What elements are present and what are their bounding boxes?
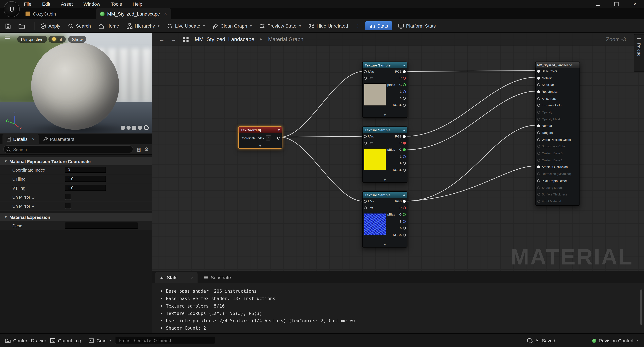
apply-button[interactable]: Apply xyxy=(40,23,60,29)
tab-cozycabin[interactable]: CozyCabin xyxy=(26,8,56,19)
close-tab-icon[interactable]: × xyxy=(191,275,194,280)
material-result-node[interactable]: MM_Stylized_Landscape Base ColorMetallic… xyxy=(535,62,580,206)
expand-node-icon[interactable]: ▾ xyxy=(384,113,386,117)
desc-input[interactable] xyxy=(65,223,138,229)
menu-asset[interactable]: Asset xyxy=(61,2,73,6)
search-button[interactable]: Search xyxy=(68,23,91,29)
settings-gear-icon[interactable]: ⚙ xyxy=(144,146,148,152)
material-pin-opacity-mask[interactable]: Opacity Mask xyxy=(536,116,580,122)
collapse-node-icon[interactable]: ▴ xyxy=(403,128,405,132)
output-pin-b[interactable]: B xyxy=(400,88,406,95)
menu-edit[interactable]: Edit xyxy=(42,2,50,6)
material-pin-base-color[interactable]: Base Color xyxy=(536,68,580,74)
texcoord-node-header[interactable]: TexCoord[0] ▾ xyxy=(239,127,282,133)
output-pin-r[interactable]: R xyxy=(400,75,406,81)
input-pin-tex[interactable]: Tex xyxy=(364,75,373,81)
expand-node-icon[interactable]: ▾ xyxy=(384,243,386,247)
material-pin-pixel-depth-offset[interactable]: Pixel Depth Offset xyxy=(536,177,580,184)
menu-window[interactable]: Window xyxy=(84,2,100,6)
tab-stats[interactable]: Stats × xyxy=(155,272,198,283)
custom-mesh-icon[interactable] xyxy=(144,125,148,130)
texture-thumbnail[interactable] xyxy=(364,213,386,235)
output-pin-rgb[interactable]: RGB xyxy=(395,133,406,139)
texcoord-output-pin[interactable] xyxy=(277,136,280,139)
collapse-node-icon[interactable]: ▴ xyxy=(403,63,405,67)
close-button[interactable]: × xyxy=(626,0,644,8)
expand-node-icon[interactable]: ▾ xyxy=(260,144,261,148)
material-pin-metallic[interactable]: Metallic xyxy=(536,74,580,81)
details-search-box[interactable] xyxy=(3,145,133,153)
material-pin-world-position-offset[interactable]: World Position Offset xyxy=(536,136,580,143)
texture-sample-node-1[interactable]: Texture Sample▴ RGBRGBARGBAUVsTexApply V… xyxy=(362,62,407,118)
texture-thumbnail[interactable] xyxy=(364,148,386,170)
input-pin-uvs[interactable]: UVs xyxy=(364,133,374,139)
un-mirror-v-checkbox[interactable] xyxy=(65,203,71,209)
tab-mm-stylized-landscape[interactable]: MM_Stylized_Landscape × xyxy=(96,8,171,19)
output-pin-r[interactable]: R xyxy=(400,205,406,211)
menu-help[interactable]: Help xyxy=(132,2,142,6)
output-pin-g[interactable]: G xyxy=(399,82,406,88)
breadcrumb-root[interactable]: MM_Stylized_Landscape xyxy=(195,36,254,42)
input-pin-tex[interactable]: Tex xyxy=(364,205,373,211)
output-pin-a[interactable]: A xyxy=(400,160,406,166)
output-pin-rgba[interactable]: RGBA xyxy=(393,232,406,238)
palette-side-tab[interactable]: Palette xyxy=(634,34,644,72)
material-pin-shading-model[interactable]: Shading Model xyxy=(536,184,580,191)
texture-sample-node-3[interactable]: Texture Sample▴ RGBRGBARGBAUVsTexApply V… xyxy=(362,191,407,248)
lit-mode-button[interactable]: Lit xyxy=(48,36,66,43)
expand-node-icon[interactable]: ▾ xyxy=(384,178,386,182)
back-arrow-icon[interactable]: ← xyxy=(158,36,165,43)
clean-graph-button[interactable]: Clean Graph▾ xyxy=(212,23,252,29)
output-pin-g[interactable]: G xyxy=(399,211,406,218)
texcoord-node[interactable]: TexCoord[0] ▾ Coordinate Index 0 ▾ xyxy=(238,126,282,149)
input-pin-uvs[interactable]: UVs xyxy=(364,68,374,75)
material-pin-surface-thickness[interactable]: Surface Thickness xyxy=(536,191,580,198)
perspective-button[interactable]: Perspective xyxy=(17,36,47,43)
output-pin-r[interactable]: R xyxy=(400,140,406,146)
un-mirror-u-checkbox[interactable] xyxy=(65,194,71,200)
output-pin-rgba[interactable]: RGBA xyxy=(393,102,406,108)
minimize-button[interactable] xyxy=(588,0,607,8)
close-tab-icon[interactable]: × xyxy=(32,137,35,141)
browse-to-asset-button[interactable] xyxy=(18,23,25,29)
hierarchy-button[interactable]: Hierarchy▾ xyxy=(126,23,160,29)
texture-sample-header[interactable]: Texture Sample▴ xyxy=(363,127,407,133)
console-command-box[interactable] xyxy=(115,337,215,344)
output-log-button[interactable]: Output Log xyxy=(50,334,82,347)
material-pin-opacity[interactable]: Opacity xyxy=(536,109,580,116)
tab-close-icon[interactable]: × xyxy=(164,11,167,16)
output-pin-b[interactable]: B xyxy=(400,153,406,160)
menu-file[interactable]: File xyxy=(24,2,32,6)
output-pin-rgb[interactable]: RGB xyxy=(395,68,406,75)
details-search-input[interactable] xyxy=(12,146,130,152)
output-pin-a[interactable]: A xyxy=(400,225,406,231)
material-pin-normal[interactable]: Normal xyxy=(536,123,580,129)
restore-button[interactable] xyxy=(607,0,626,8)
input-pin-tex[interactable]: Tex xyxy=(364,140,373,146)
utiling-input[interactable]: 1.0 xyxy=(65,176,106,182)
coordinate-index-input[interactable]: 0 xyxy=(65,167,106,173)
tab-details[interactable]: Details × xyxy=(2,134,39,144)
input-pin-uvs[interactable]: UVs xyxy=(364,198,374,204)
material-pin-emissive-color[interactable]: Emissive Color xyxy=(536,102,580,109)
material-pin-refraction-disabled[interactable]: Refraction (Disabled) xyxy=(536,171,580,177)
material-pin-subsurface-color[interactable]: Subsurface Color xyxy=(536,143,580,150)
preview-state-button[interactable]: Preview State▾ xyxy=(259,23,301,29)
platform-stats-button[interactable]: Platform Stats xyxy=(398,23,436,29)
display-options-icon[interactable]: ▦ xyxy=(136,146,141,152)
cube-shape-icon[interactable] xyxy=(132,126,136,130)
cylinder-shape-icon[interactable] xyxy=(121,126,125,130)
tab-parameters[interactable]: Parameters xyxy=(39,134,78,144)
live-update-button[interactable]: Live Update▾ xyxy=(167,23,205,29)
teapot-shape-icon[interactable] xyxy=(138,126,142,130)
content-drawer-button[interactable]: Content Drawer xyxy=(5,334,46,347)
result-node-header[interactable]: MM_Stylized_Landscape xyxy=(536,62,580,68)
forward-arrow-icon[interactable]: → xyxy=(170,36,177,43)
section-header-texture-coordinate[interactable]: ▾ Material Expression Texture Coordinate xyxy=(0,157,152,165)
revision-control-button[interactable]: Revision Control▾ xyxy=(592,334,638,347)
output-pin-rgb[interactable]: RGB xyxy=(395,198,406,204)
show-button[interactable]: Show xyxy=(68,36,86,43)
material-pin-front-material[interactable]: Front Material xyxy=(536,198,580,205)
output-pin-g[interactable]: G xyxy=(399,146,406,153)
home-button[interactable]: Home xyxy=(98,23,119,29)
